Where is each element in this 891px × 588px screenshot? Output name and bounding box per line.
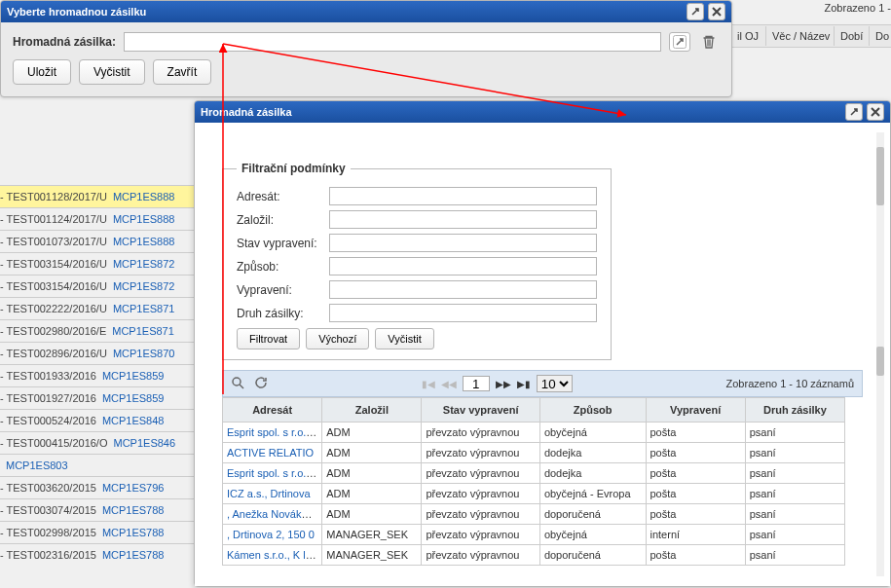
- table-cell: převzato výpravnou: [422, 423, 539, 443]
- dialog-batch-list: Hromadná zásilka Filtrační podmínky Adre…: [194, 100, 891, 587]
- clear-button[interactable]: Vyčistit: [79, 59, 145, 85]
- table-cell: MANAGER_SEK: [322, 545, 422, 566]
- close-button[interactable]: Zavřít: [153, 59, 212, 85]
- bg-row[interactable]: - TEST003154/2016/UMCP1ES872: [0, 252, 195, 275]
- bg-row-link[interactable]: MCP1ES888: [111, 236, 175, 247]
- input-zpusob[interactable]: [329, 257, 597, 276]
- table-cell: psaní: [745, 525, 844, 545]
- close-icon[interactable]: [708, 3, 725, 20]
- bg-row[interactable]: MCP1ES803: [0, 454, 195, 476]
- table-cell: pošta: [646, 423, 745, 443]
- trash-icon[interactable]: [698, 32, 720, 52]
- cell-adresat-link[interactable]: ACTIVE RELATIO: [227, 447, 314, 459]
- table-row[interactable]: ICZ a.s., DrtinovaADMpřevzato výpravnouo…: [223, 484, 845, 504]
- input-vypraveni[interactable]: [329, 280, 597, 299]
- lookup-icon[interactable]: [669, 32, 690, 52]
- clear-filter-button[interactable]: Vyčistit: [375, 328, 433, 349]
- input-stav[interactable]: [329, 234, 597, 252]
- input-adresat[interactable]: [329, 187, 597, 205]
- bg-row-link[interactable]: MCP1ES888: [111, 213, 175, 225]
- bg-row-link[interactable]: MCP1ES796: [100, 482, 165, 494]
- filter-button[interactable]: Filtrovat: [237, 328, 300, 349]
- first-page-icon: ▮◀: [422, 379, 435, 389]
- bg-row[interactable]: - TEST000524/2016MCP1ES848: [0, 409, 195, 431]
- dialog2-titlebar[interactable]: Hromadná zásilka: [195, 101, 890, 123]
- cell-adresat-link[interactable]: , Anežka Nováková: [227, 508, 318, 520]
- bg-row-link[interactable]: MCP1ES872: [111, 258, 175, 270]
- cell-adresat-link[interactable]: Esprit spol. s r.o., D: [227, 426, 319, 438]
- scroll-thumb-mid[interactable]: [876, 347, 884, 376]
- th-druh[interactable]: Druh zásilky: [745, 398, 844, 423]
- bg-row[interactable]: - TEST001128/2017/UMCP1ES888: [0, 185, 195, 207]
- bg-row-link[interactable]: MCP1ES859: [100, 370, 165, 382]
- bg-row[interactable]: - TEST001073/2017/UMCP1ES888: [0, 230, 195, 252]
- table-cell: převzato výpravnou: [422, 545, 539, 566]
- bg-row[interactable]: - TEST001927/2016MCP1ES859: [0, 386, 195, 409]
- bg-row[interactable]: - TEST003074/2015MCP1ES788: [0, 498, 195, 521]
- maximize-icon[interactable]: [687, 3, 704, 20]
- th-vypraveni[interactable]: Vypravení: [646, 398, 745, 423]
- table-row[interactable]: ACTIVE RELATIOADMpřevzato výpravnoudodej…: [223, 443, 845, 463]
- per-page-select[interactable]: 10: [537, 375, 573, 392]
- cell-adresat-link[interactable]: ICZ a.s., Drtinova: [227, 488, 311, 499]
- bg-row-link[interactable]: MCP1ES788: [100, 527, 165, 538]
- th-zalozil[interactable]: Založil: [322, 398, 422, 423]
- cell-adresat-link[interactable]: Esprit spol. s r.o., H: [227, 467, 319, 479]
- table-cell: pošta: [646, 545, 745, 566]
- close-icon[interactable]: [867, 103, 884, 121]
- bg-row-link[interactable]: MCP1ES871: [111, 303, 175, 314]
- page-input[interactable]: [463, 376, 490, 391]
- bg-row-link[interactable]: MCP1ES788: [100, 549, 165, 561]
- table-cell: MANAGER_SEK: [322, 525, 422, 545]
- refresh-icon[interactable]: [254, 376, 268, 391]
- table-row[interactable]: , Drtinova 2, 150 0MANAGER_SEKpřevzato v…: [223, 525, 845, 545]
- scrollbar[interactable]: [876, 132, 884, 576]
- bg-row[interactable]: - TEST002980/2016/EMCP1ES871: [0, 319, 195, 342]
- table-cell: pošta: [646, 463, 745, 484]
- bg-row[interactable]: - TEST000415/2016/OMCP1ES846: [0, 431, 195, 454]
- table-row[interactable]: Esprit spol. s r.o., HADMpřevzato výprav…: [223, 463, 845, 484]
- bg-row-link[interactable]: MCP1ES788: [100, 504, 165, 516]
- table-cell: obyčejná - Evropa: [539, 484, 646, 504]
- dialog1-titlebar[interactable]: Vyberte hromadnou zásilku: [1, 1, 731, 22]
- th-zpusob[interactable]: Způsob: [539, 398, 646, 423]
- last-page-icon[interactable]: ▶▮: [517, 379, 531, 389]
- search-icon[interactable]: [231, 376, 244, 391]
- bg-row-link[interactable]: MCP1ES871: [110, 325, 174, 337]
- table-row[interactable]: Esprit spol. s r.o., DADMpřevzato výprav…: [223, 423, 845, 443]
- data-table: Adresát Založil Stav vypravení Způsob Vy…: [222, 397, 845, 566]
- bg-row-link[interactable]: MCP1ES870: [111, 348, 175, 359]
- scroll-thumb-top[interactable]: [876, 147, 884, 205]
- th-adresat[interactable]: Adresát: [223, 398, 322, 423]
- bg-row[interactable]: - TEST003620/2015MCP1ES796: [0, 476, 195, 498]
- bg-row-link[interactable]: MCP1ES803: [4, 459, 68, 471]
- table-row[interactable]: Kámen s.r.o., K lomMANAGER_SEKpřevzato v…: [223, 545, 845, 566]
- maximize-icon[interactable]: [845, 103, 863, 121]
- bg-row[interactable]: - TEST001124/2017/UMCP1ES888: [0, 207, 195, 230]
- bg-row[interactable]: - TEST002998/2015MCP1ES788: [0, 521, 195, 543]
- table-row[interactable]: , Anežka NovákováADMpřevzato výpravnoudo…: [223, 504, 845, 525]
- default-button[interactable]: Výchozí: [306, 328, 369, 349]
- batch-input[interactable]: [124, 32, 661, 52]
- bg-rows: - TEST001128/2017/UMCP1ES888- TEST001124…: [0, 185, 195, 566]
- bg-row[interactable]: - TEST001933/2016MCP1ES859: [0, 364, 195, 386]
- bg-row-link[interactable]: MCP1ES848: [100, 415, 165, 426]
- cell-adresat-link[interactable]: Kámen s.r.o., K lom: [227, 549, 320, 561]
- table-cell: ADM: [322, 463, 422, 484]
- save-button[interactable]: Uložit: [13, 59, 71, 85]
- bg-row-link[interactable]: MCP1ES846: [111, 437, 175, 449]
- input-druh[interactable]: [329, 304, 597, 322]
- bg-row-link[interactable]: MCP1ES888: [111, 191, 175, 202]
- bg-row[interactable]: - TEST002316/2015MCP1ES788: [0, 543, 195, 566]
- bg-row-link[interactable]: MCP1ES859: [100, 392, 165, 404]
- bg-row[interactable]: - TEST002896/2016/UMCP1ES870: [0, 342, 195, 364]
- cell-adresat-link[interactable]: , Drtinova 2, 150 0: [227, 529, 315, 540]
- bg-row-link[interactable]: MCP1ES872: [111, 280, 175, 292]
- bg-row[interactable]: - TEST003154/2016/UMCP1ES872: [0, 275, 195, 297]
- input-zalozil[interactable]: [329, 210, 597, 229]
- table-cell: převzato výpravnou: [422, 525, 539, 545]
- next-page-icon[interactable]: ▶▶: [496, 379, 511, 389]
- bg-row[interactable]: - TEST002222/2016/UMCP1ES871: [0, 297, 195, 319]
- table-cell: převzato výpravnou: [422, 463, 539, 484]
- th-stav[interactable]: Stav vypravení: [422, 398, 539, 423]
